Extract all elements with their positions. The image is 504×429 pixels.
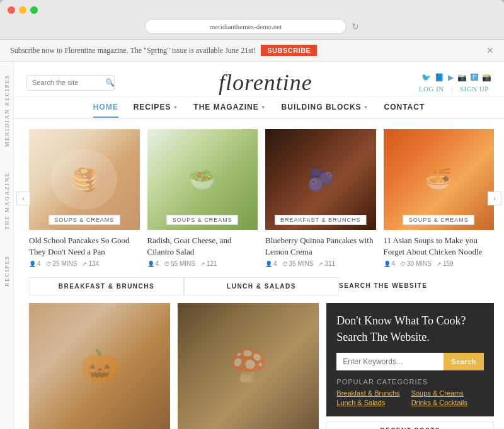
recipe-card-3-category: BREAKFAST & BRUNCHS (275, 215, 366, 225)
recipe-card-1-time: ⏱ 25 MINS (46, 260, 77, 267)
facebook-icon[interactable]: 📘 (435, 73, 444, 83)
recipe-card-4-title: 11 Asian Soups to Make you Forget About … (384, 235, 495, 258)
large-card-1-image: 🎃 (29, 303, 170, 429)
recipe-card-2-meta: 👤 4 ⏱ 55 MINS ↗ 121 (147, 260, 258, 267)
section-breakfast[interactable]: BREAKFAST & BRUNCHS (29, 277, 184, 295)
section-lunch[interactable]: LUNCH & SALADS (184, 277, 339, 295)
recipe-card-4-time: ⏱ 30 MINS (400, 260, 432, 267)
browser-buttons (8, 6, 496, 14)
nav-magazine-arrow: ▼ (261, 105, 266, 110)
notification-bar: Subscribe now to Florentine magazine. Th… (0, 40, 504, 62)
search-widget-button[interactable]: Search (444, 353, 484, 370)
sidebar-bottom-text: THE MAGAZINE (4, 172, 10, 230)
recipe-card-2[interactable]: 🥗 SOUPS & CREAMS Radish, Goat Cheese, an… (147, 129, 258, 267)
carousel-prev-button[interactable]: ‹ (16, 192, 30, 205)
youtube-icon[interactable]: ▶ (448, 73, 454, 83)
search-widget-title: Don't Know What To Cook? Search The Webs… (336, 313, 484, 345)
category-lunch[interactable]: Lunch & Salads (336, 399, 409, 406)
nav-home-label: HOME (93, 103, 118, 112)
main-layout: MERIDIAN RECIPES THE MAGAZINE RECIPES 🔍 … (0, 62, 504, 429)
popular-categories-title: Popular Categories (336, 378, 484, 386)
nav-contact[interactable]: CONTACT (384, 103, 425, 112)
category-drinks[interactable]: Drinks & Cocktails (411, 399, 484, 406)
close-notification-icon[interactable]: ✕ (486, 45, 494, 56)
recipe-card-3-image: 🫐 BREAKFAST & BRUNCHS (265, 129, 376, 230)
search-widget-input-row: Search (336, 353, 484, 370)
nav-magazine[interactable]: THE MAGAZINE ▼ (193, 103, 266, 112)
header-right: 🐦 📘 ▶ 📷 🅿 📸 LOG IN | SIGN UP (416, 73, 491, 93)
nav-contact-label: CONTACT (384, 103, 425, 112)
minimize-button[interactable] (19, 6, 26, 14)
recipe-card-3-meta: 👤 4 ⏱ 35 MINS ↗ 311 (265, 260, 376, 267)
close-button[interactable] (8, 6, 15, 14)
category-soups[interactable]: Soups & Creams (411, 389, 484, 397)
recipe-card-4-people: 👤 4 (384, 260, 396, 267)
recipe-card-4[interactable]: 🍜 SOUPS & CREAMS 11 Asian Soups to Make … (384, 129, 495, 267)
nav-recipes[interactable]: RECIPES ▼ (134, 103, 179, 112)
instagram-icon[interactable]: 📷 (457, 73, 467, 83)
category-breakfast[interactable]: Breakfast & Brunchs (336, 389, 409, 397)
nav-home[interactable]: HOME (93, 103, 118, 118)
search-input[interactable] (32, 79, 101, 86)
recipe-card-1[interactable]: 🥞 SOUPS & CREAMS Old School Pancakes So … (29, 129, 140, 267)
address-bar: meridianthemes-demo.net ↻ (8, 19, 496, 34)
nav-building[interactable]: BUILDING BLOCKS ▼ (282, 103, 369, 112)
recipe-card-1-image: 🥞 SOUPS & CREAMS (29, 129, 140, 230)
search-icon: 🔍 (105, 78, 115, 88)
recipe-card-3-title: Blueberry Quinoa Pancakes with Lemon Cre… (265, 235, 376, 258)
nav-building-label: BUILDING BLOCKS (282, 103, 362, 112)
recipe-card-3[interactable]: 🫐 BREAKFAST & BRUNCHS Blueberry Quinoa P… (265, 129, 376, 267)
browser-window: meridianthemes-demo.net ↻ Subscribe now … (0, 0, 504, 429)
social-icons: 🐦 📘 ▶ 📷 🅿 📸 (421, 73, 491, 83)
recipe-cards-grid: 🥞 SOUPS & CREAMS Old School Pancakes So … (29, 129, 494, 267)
recipe-card-1-category: SOUPS & CREAMS (49, 215, 120, 225)
site-search-box[interactable]: 🔍 (26, 75, 115, 91)
website-content: Subscribe now to Florentine magazine. Th… (0, 40, 504, 429)
nav-magazine-label: THE MAGAZINE (193, 103, 258, 112)
nav-building-arrow: ▼ (364, 105, 369, 110)
login-link[interactable]: LOG IN (419, 85, 444, 93)
recipe-card-1-title: Old School Pancakes So Good They Don't N… (29, 235, 140, 258)
bottom-grid: 🎃 Pumpkin Cheesecake With Gingersnap-Haz… (14, 295, 504, 429)
section-search: SEARCH THE WEBSITE (339, 277, 494, 295)
notification-text: Subscribe now to Florentine magazine. Th… (10, 46, 256, 55)
recipe-card-2-category: SOUPS & CREAMS (167, 215, 238, 225)
recipe-card-2-image: 🥗 SOUPS & CREAMS (147, 129, 258, 230)
large-card-1[interactable]: 🎃 Pumpkin Cheesecake With Gingersnap-Haz… (29, 303, 170, 429)
url-input[interactable]: meridianthemes-demo.net (145, 19, 346, 34)
auth-separator: | (451, 85, 453, 93)
sections-row: BREAKFAST & BRUNCHS LUNCH & SALADS SEARC… (14, 277, 504, 295)
twitter-icon[interactable]: 🐦 (421, 73, 431, 83)
recipe-card-3-views: ↗ 311 (318, 260, 335, 267)
recent-posts-title: RECENT POSTS (326, 421, 494, 429)
main-nav: HOME RECIPES ▼ THE MAGAZINE ▼ BUILDING B… (14, 96, 504, 119)
nav-recipes-arrow: ▼ (173, 105, 178, 110)
recent-posts-section: RECENT POSTS 🥞 Old School Pancakes So Go… (326, 421, 494, 429)
large-card-2[interactable]: 🍄 Chanterelle and Porcini Mushroom Recip… (178, 303, 319, 429)
search-widget: Don't Know What To Cook? Search The Webs… (326, 303, 494, 416)
flickr-icon[interactable]: 📸 (482, 73, 491, 83)
featured-section: ‹ › 🥞 SOUPS & CREAMS Old School Pancakes… (14, 119, 504, 277)
left-sidebar: MERIDIAN RECIPES THE MAGAZINE RECIPES (0, 62, 14, 429)
recipe-card-2-views: ↗ 121 (200, 260, 217, 267)
recipe-card-2-people: 👤 4 (147, 260, 159, 267)
carousel-next-button[interactable]: › (488, 192, 501, 205)
maximize-button[interactable] (30, 6, 38, 14)
signup-link[interactable]: SIGN UP (460, 85, 489, 93)
recipe-card-1-people: 👤 4 (29, 260, 41, 267)
recipe-card-2-time: ⏱ 55 MINS (164, 260, 195, 267)
right-sidebar-col: Don't Know What To Cook? Search The Webs… (326, 303, 494, 429)
subscribe-button[interactable]: SUBSCRIBE (261, 45, 317, 56)
refresh-icon[interactable]: ↻ (352, 21, 359, 32)
recipe-card-2-title: Radish, Goat Cheese, and Cilantro Salad (147, 235, 258, 258)
sidebar-top-text: MERIDIAN RECIPES (4, 74, 10, 147)
recipe-card-4-views: ↗ 159 (437, 260, 454, 267)
nav-recipes-label: RECIPES (134, 103, 171, 112)
search-widget-input[interactable] (336, 353, 444, 370)
browser-chrome: meridianthemes-demo.net ↻ (0, 0, 504, 40)
recipe-card-3-time: ⏱ 35 MINS (282, 260, 314, 267)
site-logo: florentine (219, 69, 312, 96)
pinterest-icon[interactable]: 🅿 (471, 73, 478, 83)
large-card-2-image: 🍄 (178, 303, 319, 429)
content-area: 🔍 florentine 🐦 📘 ▶ 📷 🅿 📸 (14, 62, 504, 429)
